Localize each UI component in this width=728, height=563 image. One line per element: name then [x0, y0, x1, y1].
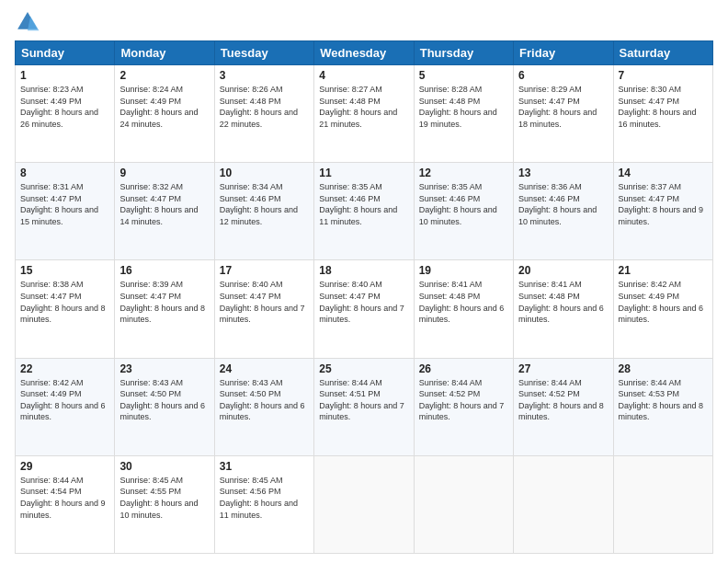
day-info: Sunrise: 8:42 AMSunset: 4:49 PMDaylight:… — [619, 279, 708, 325]
page: SundayMondayTuesdayWednesdayThursdayFrid… — [0, 0, 728, 563]
day-info: Sunrise: 8:44 AMSunset: 4:52 PMDaylight:… — [419, 377, 508, 423]
day-info: Sunrise: 8:37 AMSunset: 4:47 PMDaylight:… — [619, 181, 708, 227]
day-info: Sunrise: 8:43 AMSunset: 4:50 PMDaylight:… — [220, 377, 309, 423]
day-cell: 3Sunrise: 8:26 AMSunset: 4:48 PMDaylight… — [214, 65, 313, 163]
day-info: Sunrise: 8:42 AMSunset: 4:49 PMDaylight:… — [20, 377, 109, 423]
day-number: 6 — [518, 69, 608, 82]
day-info: Sunrise: 8:43 AMSunset: 4:50 PMDaylight:… — [119, 377, 209, 423]
day-info: Sunrise: 8:27 AMSunset: 4:48 PMDaylight:… — [319, 84, 408, 130]
weekday-header-sunday: Sunday — [16, 41, 115, 65]
day-cell: 24Sunrise: 8:43 AMSunset: 4:50 PMDayligh… — [214, 358, 313, 455]
day-info: Sunrise: 8:40 AMSunset: 4:47 PMDaylight:… — [319, 279, 408, 325]
day-cell: 18Sunrise: 8:40 AMSunset: 4:47 PMDayligh… — [314, 260, 414, 358]
calendar-table: SundayMondayTuesdayWednesdayThursdayFrid… — [15, 40, 713, 554]
weekday-header-friday: Friday — [514, 41, 613, 65]
day-number: 21 — [619, 264, 708, 277]
day-info: Sunrise: 8:30 AMSunset: 4:47 PMDaylight:… — [619, 84, 708, 130]
day-cell: 10Sunrise: 8:34 AMSunset: 4:46 PMDayligh… — [214, 163, 313, 260]
day-cell: 30Sunrise: 8:45 AMSunset: 4:55 PMDayligh… — [115, 455, 214, 553]
day-cell: 25Sunrise: 8:44 AMSunset: 4:51 PMDayligh… — [314, 358, 414, 455]
day-number: 7 — [619, 69, 708, 82]
day-cell: 29Sunrise: 8:44 AMSunset: 4:54 PMDayligh… — [16, 455, 115, 553]
day-cell — [514, 455, 613, 553]
logo — [15, 9, 44, 35]
day-number: 15 — [20, 264, 109, 277]
day-number: 26 — [419, 362, 508, 375]
week-row-3: 15Sunrise: 8:38 AMSunset: 4:47 PMDayligh… — [16, 260, 713, 358]
day-info: Sunrise: 8:31 AMSunset: 4:47 PMDaylight:… — [20, 181, 109, 227]
day-cell: 7Sunrise: 8:30 AMSunset: 4:47 PMDaylight… — [613, 65, 712, 163]
day-info: Sunrise: 8:32 AMSunset: 4:47 PMDaylight:… — [119, 181, 209, 227]
weekday-header-monday: Monday — [115, 41, 214, 65]
day-cell: 22Sunrise: 8:42 AMSunset: 4:49 PMDayligh… — [16, 358, 115, 455]
day-info: Sunrise: 8:35 AMSunset: 4:46 PMDaylight:… — [319, 181, 408, 227]
weekday-header-thursday: Thursday — [414, 41, 513, 65]
weekday-header-wednesday: Wednesday — [314, 41, 414, 65]
day-info: Sunrise: 8:41 AMSunset: 4:48 PMDaylight:… — [518, 279, 608, 325]
day-cell — [613, 455, 712, 553]
day-number: 10 — [220, 167, 309, 179]
day-number: 12 — [419, 167, 508, 179]
day-info: Sunrise: 8:45 AMSunset: 4:55 PMDaylight:… — [119, 475, 209, 521]
day-cell: 17Sunrise: 8:40 AMSunset: 4:47 PMDayligh… — [214, 260, 313, 358]
weekday-header-row: SundayMondayTuesdayWednesdayThursdayFrid… — [16, 41, 713, 65]
day-info: Sunrise: 8:41 AMSunset: 4:48 PMDaylight:… — [419, 279, 508, 325]
day-cell: 15Sunrise: 8:38 AMSunset: 4:47 PMDayligh… — [16, 260, 115, 358]
day-number: 27 — [518, 362, 608, 375]
day-number: 16 — [119, 264, 209, 277]
day-number: 19 — [419, 264, 508, 277]
day-info: Sunrise: 8:36 AMSunset: 4:46 PMDaylight:… — [518, 181, 608, 227]
day-info: Sunrise: 8:28 AMSunset: 4:48 PMDaylight:… — [419, 84, 508, 130]
day-cell: 23Sunrise: 8:43 AMSunset: 4:50 PMDayligh… — [115, 358, 214, 455]
day-cell: 26Sunrise: 8:44 AMSunset: 4:52 PMDayligh… — [414, 358, 513, 455]
day-cell: 16Sunrise: 8:39 AMSunset: 4:47 PMDayligh… — [115, 260, 214, 358]
day-number: 24 — [220, 362, 309, 375]
day-info: Sunrise: 8:39 AMSunset: 4:47 PMDaylight:… — [119, 279, 209, 325]
day-info: Sunrise: 8:35 AMSunset: 4:46 PMDaylight:… — [419, 181, 508, 227]
weekday-header-saturday: Saturday — [613, 41, 712, 65]
day-cell: 6Sunrise: 8:29 AMSunset: 4:47 PMDaylight… — [514, 65, 613, 163]
day-info: Sunrise: 8:44 AMSunset: 4:54 PMDaylight:… — [20, 475, 109, 521]
day-cell: 2Sunrise: 8:24 AMSunset: 4:49 PMDaylight… — [115, 65, 214, 163]
day-number: 11 — [319, 167, 408, 179]
day-number: 4 — [319, 69, 408, 82]
day-cell: 13Sunrise: 8:36 AMSunset: 4:46 PMDayligh… — [514, 163, 613, 260]
weekday-header-tuesday: Tuesday — [214, 41, 313, 65]
day-number: 9 — [119, 167, 209, 179]
day-number: 29 — [20, 460, 109, 473]
day-cell: 14Sunrise: 8:37 AMSunset: 4:47 PMDayligh… — [613, 163, 712, 260]
day-number: 20 — [518, 264, 608, 277]
day-number: 1 — [20, 69, 109, 82]
day-info: Sunrise: 8:44 AMSunset: 4:52 PMDaylight:… — [518, 377, 608, 423]
day-info: Sunrise: 8:23 AMSunset: 4:49 PMDaylight:… — [20, 84, 109, 130]
day-info: Sunrise: 8:44 AMSunset: 4:51 PMDaylight:… — [319, 377, 408, 423]
day-cell: 19Sunrise: 8:41 AMSunset: 4:48 PMDayligh… — [414, 260, 513, 358]
day-info: Sunrise: 8:45 AMSunset: 4:56 PMDaylight:… — [220, 475, 309, 521]
day-cell: 5Sunrise: 8:28 AMSunset: 4:48 PMDaylight… — [414, 65, 513, 163]
day-number: 25 — [319, 362, 408, 375]
day-number: 18 — [319, 264, 408, 277]
day-cell: 4Sunrise: 8:27 AMSunset: 4:48 PMDaylight… — [314, 65, 414, 163]
day-cell: 11Sunrise: 8:35 AMSunset: 4:46 PMDayligh… — [314, 163, 414, 260]
day-number: 3 — [220, 69, 309, 82]
day-info: Sunrise: 8:40 AMSunset: 4:47 PMDaylight:… — [220, 279, 309, 325]
day-cell: 31Sunrise: 8:45 AMSunset: 4:56 PMDayligh… — [214, 455, 313, 553]
day-number: 17 — [220, 264, 309, 277]
day-info: Sunrise: 8:34 AMSunset: 4:46 PMDaylight:… — [220, 181, 309, 227]
day-cell: 28Sunrise: 8:44 AMSunset: 4:53 PMDayligh… — [613, 358, 712, 455]
day-cell: 9Sunrise: 8:32 AMSunset: 4:47 PMDaylight… — [115, 163, 214, 260]
day-cell: 8Sunrise: 8:31 AMSunset: 4:47 PMDaylight… — [16, 163, 115, 260]
day-number: 31 — [220, 460, 309, 473]
day-number: 30 — [119, 460, 209, 473]
day-info: Sunrise: 8:26 AMSunset: 4:48 PMDaylight:… — [220, 84, 309, 130]
header — [15, 9, 713, 35]
day-cell: 20Sunrise: 8:41 AMSunset: 4:48 PMDayligh… — [514, 260, 613, 358]
day-number: 22 — [20, 362, 109, 375]
week-row-4: 22Sunrise: 8:42 AMSunset: 4:49 PMDayligh… — [16, 358, 713, 455]
week-row-5: 29Sunrise: 8:44 AMSunset: 4:54 PMDayligh… — [16, 455, 713, 553]
day-number: 28 — [619, 362, 708, 375]
day-cell — [314, 455, 414, 553]
day-number: 5 — [419, 69, 508, 82]
logo-icon — [15, 9, 40, 35]
day-info: Sunrise: 8:24 AMSunset: 4:49 PMDaylight:… — [119, 84, 209, 130]
